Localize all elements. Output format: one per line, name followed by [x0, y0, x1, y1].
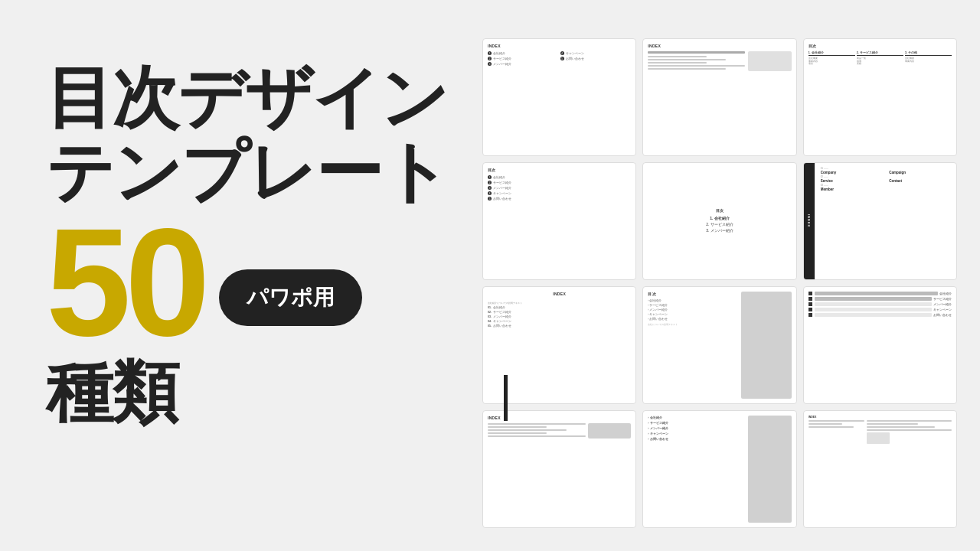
template-thumb-2[interactable]: INDEX	[642, 38, 796, 156]
template-thumb-10[interactable]: INDEX	[482, 410, 636, 528]
template-thumb-3[interactable]: 目次 1. 会社紹介 会社概要事業内容理念 2. サービス紹介 商品一覧特徴実績…	[803, 38, 957, 156]
template-thumb-9[interactable]: 会社紹介 サービス紹介 メンバー紹介 キャンペーン	[803, 286, 957, 404]
powerapoint-button[interactable]: パワポ用	[219, 269, 362, 326]
suffix-row: 種類	[46, 347, 490, 439]
thumb-grid: INDEX 1会社紹介 2サービス紹介 3メンバー紹介 4キャンペーン 5お問い…	[482, 38, 957, 528]
big-number: 50	[46, 217, 204, 347]
template-thumb-12[interactable]: INDEX	[803, 410, 957, 528]
left-section: 目次デザイン テンプレート 50 パワポ用 種類	[46, 61, 490, 439]
title-line1: 目次デザイン	[46, 61, 490, 135]
template-thumb-8[interactable]: 目次 › 会社紹介 › サービス紹介 › メンバー紹介 › キャンペーン › お…	[642, 286, 796, 404]
number-row: 50 パワポ用	[46, 217, 490, 347]
template-thumb-11[interactable]: › 会社紹介 › サービス紹介 › メンバー紹介 › キャンペーン › お問い合…	[642, 410, 796, 528]
thumbnail-grid-section: INDEX 1会社紹介 2サービス紹介 3メンバー紹介 4キャンペーン 5お問い…	[482, 38, 957, 528]
suffix-text: 種類	[46, 347, 178, 439]
template-thumb-1[interactable]: INDEX 1会社紹介 2サービス紹介 3メンバー紹介 4キャンペーン 5お問い…	[482, 38, 636, 156]
template-thumb-5[interactable]: 目次 1. 会社紹介 2. サービス紹介 3. メンバー紹介	[642, 162, 796, 280]
template-thumb-6[interactable]: INDEX 01 ------ Company Campaign 02 ----…	[803, 162, 957, 280]
accent-bar-left	[504, 375, 508, 421]
template-thumb-4[interactable]: 目次 1会社紹介 2サービス紹介 3メンバー紹介 4キャンペーン 5お問い合わせ	[482, 162, 636, 280]
